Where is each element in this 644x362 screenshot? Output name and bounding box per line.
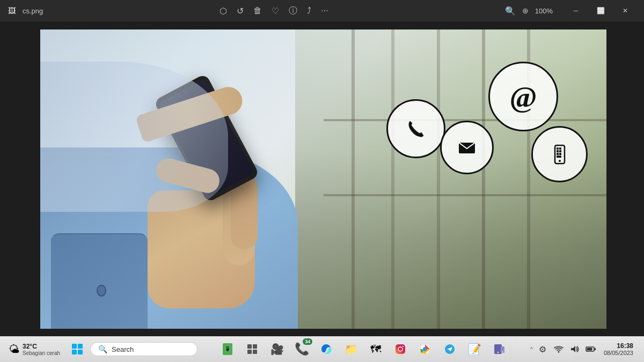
phone-contact-icon [386, 99, 445, 158]
tray-gear-icon[interactable]: ⚙ [535, 342, 550, 357]
teams-app-icon[interactable]: 🎥 [265, 337, 289, 361]
favorite-icon[interactable]: ♡ [272, 6, 279, 16]
instagram-app-icon[interactable] [389, 337, 412, 361]
weather-temp: 32°C [23, 343, 60, 350]
image-background: @ [40, 29, 606, 329]
maps-app-icon[interactable]: 🗺 [364, 337, 387, 361]
edge-browser-icon[interactable] [314, 337, 338, 361]
shirt-button [97, 285, 106, 297]
svg-rect-29 [587, 348, 592, 351]
svg-point-9 [559, 160, 561, 162]
svg-rect-5 [559, 150, 561, 152]
email-contact-icon [440, 121, 494, 174]
taskbar-search[interactable]: 🔍 Search [90, 342, 197, 356]
svg-point-24 [497, 352, 499, 353]
volume-icon[interactable] [567, 342, 582, 357]
zoom-level: 100% [535, 7, 553, 15]
zoom-out-icon[interactable]: 🔍 [505, 6, 516, 16]
clock-date: 08/05/2023 [604, 350, 633, 356]
maximize-button[interactable]: ⬜ [588, 0, 613, 21]
close-button[interactable]: ✕ [613, 0, 638, 21]
tray-expand-button[interactable]: ^ [529, 344, 534, 354]
wifi-icon[interactable] [551, 342, 566, 357]
taskbar: 🌤 32°C Sebagian cerah 🔍 Search 📱 [0, 336, 644, 362]
whatsapp-app-icon[interactable]: 📞 34 [290, 337, 313, 361]
delete-icon[interactable]: 🗑 [253, 6, 262, 16]
chrome-app-icon[interactable] [413, 337, 437, 361]
window-controls: ─ ⬜ ✕ [564, 0, 638, 21]
title-bar: 🖼 cs.png ⬡ ↺ 🗑 ♡ ⓘ ⤴ ··· 🔍 ⊕ 100% ─ ⬜ ✕ [0, 0, 644, 21]
more-icon[interactable]: ··· [321, 6, 328, 16]
weather-description: Sebagian cerah [23, 350, 60, 356]
contact-icons: @ [386, 62, 590, 201]
svg-rect-6 [557, 153, 559, 155]
svg-rect-4 [557, 150, 559, 152]
windows-logo [72, 344, 83, 354]
rotate-icon[interactable]: ↺ [237, 6, 244, 16]
share-icon[interactable]: ⤴ [307, 6, 311, 16]
svg-rect-14 [247, 350, 252, 354]
phone-app-icon[interactable]: 📱 [216, 337, 239, 361]
taskbar-right: ^ ⚙ [529, 342, 640, 357]
info-icon[interactable]: ⓘ [289, 5, 297, 17]
clock-widget[interactable]: 16:38 08/05/2023 [601, 342, 636, 356]
weather-widget[interactable]: 🌤 32°C Sebagian cerah [4, 342, 64, 357]
title-bar-left: 🖼 cs.png [6, 5, 43, 16]
phone-link-icon[interactable] [487, 337, 511, 361]
svg-rect-30 [594, 348, 596, 350]
weather-icon: 🌤 [9, 343, 19, 356]
title-bar-tools: ⬡ ↺ 🗑 ♡ ⓘ ⤴ ··· [43, 5, 504, 17]
weather-text: 32°C Sebagian cerah [23, 343, 60, 356]
zoom-in-icon[interactable]: ⊕ [522, 6, 529, 15]
search-icon: 🔍 [98, 345, 107, 353]
at-contact-icon: @ [488, 62, 558, 131]
svg-rect-8 [557, 156, 561, 158]
svg-rect-13 [253, 344, 257, 349]
start-button[interactable] [67, 338, 88, 360]
clock-time: 16:38 [617, 342, 633, 350]
svg-rect-3 [559, 147, 561, 150]
sleeve-cuff [51, 233, 148, 329]
enhance-icon[interactable]: ⬡ [219, 6, 227, 16]
svg-point-26 [558, 351, 559, 353]
svg-rect-12 [247, 344, 252, 349]
file-explorer-icon[interactable]: 📁 [339, 337, 363, 361]
svg-marker-27 [571, 346, 575, 352]
app-icon: 🖼 [6, 5, 17, 16]
whatsapp-badge: 34 [303, 338, 312, 345]
taskbar-apps: 📱 🎥 📞 34 [200, 337, 527, 361]
notes-app-icon[interactable]: 📝 [463, 337, 486, 361]
svg-rect-16 [396, 344, 405, 354]
svg-rect-15 [253, 350, 257, 354]
minimize-button[interactable]: ─ [564, 0, 588, 21]
mobile-contact-icon [531, 126, 588, 182]
svg-rect-7 [559, 153, 561, 155]
svg-point-18 [402, 346, 404, 347]
svg-text:📱: 📱 [225, 346, 230, 351]
image-container: @ [40, 29, 606, 329]
window-title: cs.png [23, 7, 43, 15]
person-scene [40, 29, 369, 329]
telegram-app-icon[interactable] [438, 337, 462, 361]
task-view-icon[interactable] [240, 337, 264, 361]
system-tray: ^ ⚙ [529, 342, 598, 357]
svg-rect-2 [557, 147, 559, 150]
battery-icon[interactable] [583, 342, 598, 357]
search-label: Search [112, 345, 134, 353]
svg-point-25 [502, 351, 503, 352]
